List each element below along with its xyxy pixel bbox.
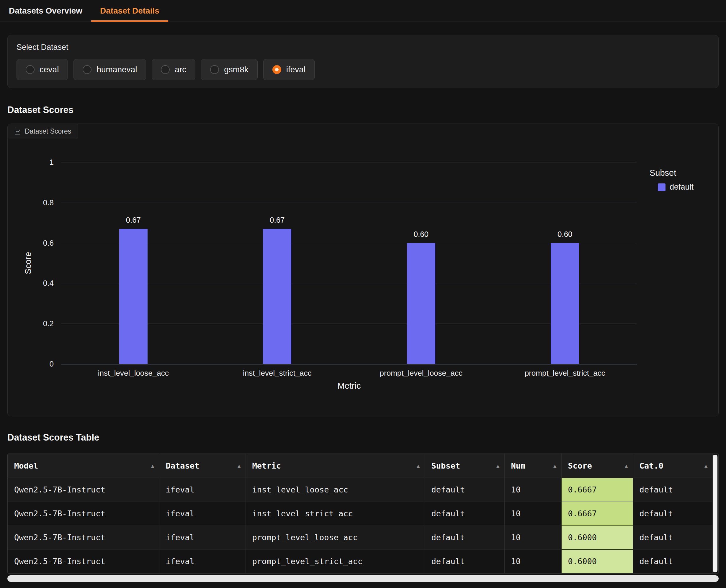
cell-num: 10 xyxy=(504,478,561,502)
horizontal-scrollbar[interactable] xyxy=(7,575,719,582)
legend-item-default[interactable]: default xyxy=(658,183,693,192)
legend-item-label: default xyxy=(670,183,693,192)
select-dataset-panel: Select Dataset cevalhumanevalarcgsm8kife… xyxy=(7,35,719,88)
radio-option-ceval[interactable]: ceval xyxy=(17,59,68,80)
dataset-radio-group: cevalhumanevalarcgsm8kifeval xyxy=(17,59,709,80)
column-header-metric[interactable]: Metric▲ xyxy=(245,454,425,478)
legend-title: Subset xyxy=(649,168,693,178)
table-head: Model▲Dataset▲Metric▲Subset▲Num▲Score▲Ca… xyxy=(8,454,712,478)
column-header-label: Model xyxy=(14,461,38,470)
cell-num: 10 xyxy=(504,549,561,573)
cell-score: 0.6667 xyxy=(561,478,633,502)
radio-option-label: ifeval xyxy=(286,65,305,74)
radio-unchecked-icon xyxy=(83,65,92,74)
legend-swatch xyxy=(658,184,666,191)
column-header-label: Metric xyxy=(252,461,281,470)
cell-cat-0: default xyxy=(633,478,712,502)
radio-option-label: gsm8k xyxy=(224,65,248,74)
y-tick-label: 0.6 xyxy=(43,238,54,247)
table-row: Qwen2.5-7B-Instructifevalprompt_level_lo… xyxy=(8,525,712,549)
tab-datasets-overview[interactable]: Datasets Overview xyxy=(0,0,91,22)
tab-dataset-details[interactable]: Dataset Details xyxy=(91,0,168,22)
bar-value-label: 0.67 xyxy=(270,215,285,225)
y-tick-label: 0.2 xyxy=(43,319,54,328)
sort-icon[interactable]: ▲ xyxy=(238,463,241,469)
x-tick-label: prompt_level_loose_acc xyxy=(380,369,462,378)
cell-cat-0: default xyxy=(633,502,712,525)
cell-model: Qwen2.5-7B-Instruct xyxy=(8,478,159,502)
column-header-model[interactable]: Model▲ xyxy=(8,454,159,478)
column-header-label: Cat.0 xyxy=(640,461,663,470)
cell-dataset: ifeval xyxy=(159,525,245,549)
cell-metric: prompt_level_loose_acc xyxy=(245,525,425,549)
sort-icon[interactable]: ▲ xyxy=(497,463,500,469)
dataset-scores-table-heading: Dataset Scores Table xyxy=(7,432,719,443)
select-dataset-label: Select Dataset xyxy=(17,43,709,52)
vertical-scrollbar[interactable] xyxy=(713,455,718,572)
column-header-label: Dataset xyxy=(166,461,200,470)
x-tick-label: prompt_level_strict_acc xyxy=(525,369,605,378)
plot-area[interactable]: 00.20.40.60.810.67inst_level_loose_acc0.… xyxy=(61,162,637,364)
bar-inst_level_strict_acc[interactable] xyxy=(263,229,291,364)
cell-subset: default xyxy=(425,478,504,502)
radio-option-humaneval[interactable]: humaneval xyxy=(74,59,146,80)
gridline xyxy=(61,364,637,364)
sort-icon[interactable]: ▲ xyxy=(704,463,708,469)
sort-icon[interactable]: ▲ xyxy=(417,463,420,469)
table-row: Qwen2.5-7B-Instructifevalprompt_level_st… xyxy=(8,549,712,573)
bar-inst_level_loose_acc[interactable] xyxy=(119,229,147,364)
gridline xyxy=(61,203,637,203)
y-tick-label: 0.4 xyxy=(43,279,54,288)
radio-option-gsm8k[interactable]: gsm8k xyxy=(201,59,257,80)
bar-prompt_level_loose_acc[interactable] xyxy=(407,243,435,364)
column-header-score[interactable]: Score▲ xyxy=(561,454,633,478)
radio-option-arc[interactable]: arc xyxy=(152,59,195,80)
table-body: Qwen2.5-7B-Instructifevalinst_level_loos… xyxy=(8,478,712,573)
chart-badge: Dataset Scores xyxy=(8,124,78,139)
sort-icon[interactable]: ▲ xyxy=(625,463,628,469)
radio-option-label: arc xyxy=(175,65,186,74)
radio-option-label: humaneval xyxy=(97,65,137,74)
cell-model: Qwen2.5-7B-Instruct xyxy=(8,549,159,573)
cell-model: Qwen2.5-7B-Instruct xyxy=(8,525,159,549)
radio-unchecked-icon xyxy=(161,65,170,74)
table-row: Qwen2.5-7B-Instructifevalinst_level_stri… xyxy=(8,502,712,525)
cell-cat-0: default xyxy=(633,525,712,549)
x-tick-label: inst_level_loose_acc xyxy=(98,369,169,378)
column-header-cat-0[interactable]: Cat.0▲ xyxy=(633,454,712,478)
chart-icon xyxy=(14,128,21,135)
table-row: Qwen2.5-7B-Instructifevalinst_level_loos… xyxy=(8,478,712,502)
bar-value-label: 0.60 xyxy=(558,230,572,239)
column-header-subset[interactable]: Subset▲ xyxy=(425,454,504,478)
y-axis-title: Score xyxy=(23,252,33,274)
cell-metric: inst_level_loose_acc xyxy=(245,478,425,502)
radio-option-ifeval[interactable]: ifeval xyxy=(263,59,315,80)
chart-badge-label: Dataset Scores xyxy=(25,127,71,135)
sort-icon[interactable]: ▲ xyxy=(151,463,154,469)
cell-model: Qwen2.5-7B-Instruct xyxy=(8,502,159,525)
radio-dot xyxy=(275,68,279,71)
column-header-num[interactable]: Num▲ xyxy=(504,454,561,478)
bar-prompt_level_strict_acc[interactable] xyxy=(551,243,579,364)
cell-score: 0.6000 xyxy=(561,549,633,573)
cell-dataset: ifeval xyxy=(159,549,245,573)
cell-score: 0.6000 xyxy=(561,525,633,549)
table-header-row: Model▲Dataset▲Metric▲Subset▲Num▲Score▲Ca… xyxy=(8,454,712,478)
cell-metric: inst_level_strict_acc xyxy=(245,502,425,525)
chart-legend: Subset default xyxy=(649,168,693,192)
cell-subset: default xyxy=(425,549,504,573)
column-header-dataset[interactable]: Dataset▲ xyxy=(159,454,245,478)
y-tick-label: 0 xyxy=(49,359,54,369)
cell-dataset: ifeval xyxy=(159,502,245,525)
cell-num: 10 xyxy=(504,525,561,549)
bar-value-label: 0.60 xyxy=(414,230,428,239)
bar-value-label: 0.67 xyxy=(126,215,141,225)
y-tick-label: 0.8 xyxy=(43,198,54,207)
cell-subset: default xyxy=(425,502,504,525)
sort-icon[interactable]: ▲ xyxy=(553,463,557,469)
column-header-label: Num xyxy=(511,461,526,470)
radio-checked-icon xyxy=(273,65,281,74)
x-tick-label: inst_level_strict_acc xyxy=(243,369,311,378)
y-tick-label: 1 xyxy=(49,158,54,167)
dataset-scores-heading: Dataset Scores xyxy=(7,105,719,115)
